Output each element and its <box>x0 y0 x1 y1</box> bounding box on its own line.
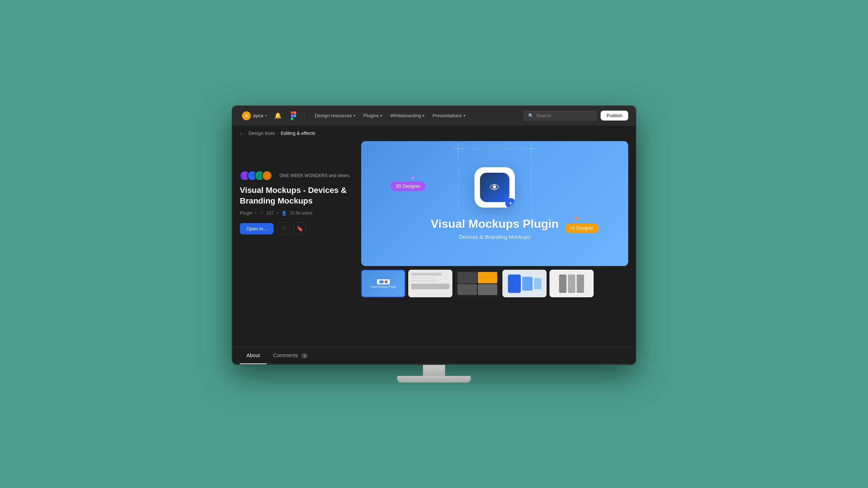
hero-subtitle: Devices & Branding Mockups <box>431 234 559 240</box>
plugin-title: Visual Mockups - Devices & Branding Mock… <box>240 185 350 206</box>
svg-rect-2 <box>291 114 294 117</box>
tab-about[interactable]: About <box>240 347 267 364</box>
heart-icon: ♡ <box>260 211 264 216</box>
badge-ui-designer: UI Designer <box>565 223 599 233</box>
thumb-1-label: Visual Mockups Plugin <box>370 286 396 288</box>
thumbnail-5[interactable] <box>549 270 594 297</box>
meta-separator: • <box>255 211 256 216</box>
plugin-type-label: Plugin <box>240 211 252 216</box>
hero-content: 👁 + Visual Mockups Plugin Devices & Bran… <box>431 167 559 240</box>
breadcrumb-design-tools[interactable]: Design tools <box>249 130 275 136</box>
home-icon[interactable]: ⌂ <box>240 130 243 136</box>
stand-base <box>397 376 471 383</box>
nav-design-resources[interactable]: Design resources ▾ <box>311 111 359 121</box>
nav-right: 🔍 Search Publish <box>523 111 628 121</box>
author-avatars: ··· <box>240 171 269 181</box>
comments-count-badge: 1 <box>301 353 308 358</box>
notifications-bell-icon[interactable]: 🔔 <box>272 110 284 121</box>
nav-plugins[interactable]: Plugins ▾ <box>360 111 386 121</box>
user-icon: 👤 <box>281 211 287 216</box>
thumbnail-1[interactable]: Visual Mockups Plugin <box>361 270 405 297</box>
like-button[interactable]: ♡ <box>277 222 290 235</box>
nav-whiteboarding[interactable]: Whiteboarding ▾ <box>387 111 428 121</box>
chevron-down-icon: ▾ <box>463 114 465 118</box>
thumbnails-row: Visual Mockups Plugin <box>361 270 628 297</box>
nav-presentations[interactable]: Presentations ▾ <box>429 111 469 121</box>
thumbnail-3[interactable] <box>455 270 499 297</box>
likes-count: 107 <box>267 211 274 216</box>
user-menu[interactable]: A ayca ▾ <box>240 110 269 122</box>
open-in-button[interactable]: Open in... <box>240 223 274 234</box>
search-box[interactable]: 🔍 Search <box>523 111 597 121</box>
tabs-section: About Comments 1 <box>232 347 636 364</box>
users-count: 10.6k users <box>290 211 313 216</box>
right-panel: 3D Designer ◄ 👁 + V <box>361 141 628 340</box>
stand-neck <box>423 365 445 376</box>
monitor-stand <box>397 365 471 383</box>
breadcrumb: ⌂ › Design tools › Editing & effects <box>232 125 636 141</box>
monitor-wrapper: A ayca ▾ 🔔 Design resources ▾ <box>232 105 636 383</box>
authors-row: ··· ONE WEEK WONDERS and others <box>240 171 350 181</box>
plus-icon: + <box>505 198 515 208</box>
svg-point-4 <box>294 114 296 117</box>
username-label: ayca <box>253 113 263 118</box>
nav-divider <box>305 112 305 119</box>
chevron-down-icon: ▾ <box>380 114 382 118</box>
svg-rect-0 <box>291 111 294 114</box>
tab-comments[interactable]: Comments 1 <box>267 347 315 364</box>
action-buttons: Open in... ♡ 🔖 <box>240 222 350 235</box>
hero-app-icon: 👁 + <box>474 167 515 208</box>
chevron-down-icon: ▾ <box>423 114 424 118</box>
hero-title: Visual Mockups Plugin <box>431 217 559 231</box>
chevron-down-icon: ▾ <box>353 114 355 118</box>
authors-text: ONE WEEK WONDERS and others <box>280 173 350 178</box>
left-panel: ··· ONE WEEK WONDERS and others Visual M… <box>240 141 350 340</box>
thumbnail-4[interactable] <box>502 270 547 297</box>
badge-3d-designer: 3D Designer <box>391 182 426 191</box>
tabs-row: About Comments 1 <box>240 347 628 364</box>
plugin-meta: Plugin • ♡ 107 • 👤 10.6k users <box>240 211 350 216</box>
figma-icon <box>288 111 299 121</box>
publish-button[interactable]: Publish <box>601 111 628 121</box>
cursor-purple-icon: ◄ <box>409 174 416 182</box>
monitor: A ayca ▾ 🔔 Design resources ▾ <box>232 105 636 365</box>
svg-rect-1 <box>294 111 296 114</box>
svg-rect-3 <box>291 117 294 120</box>
cursor-orange-icon: ► <box>574 214 580 222</box>
main-content: ··· ONE WEEK WONDERS and others Visual M… <box>232 141 636 347</box>
bookmark-button[interactable]: 🔖 <box>294 222 306 235</box>
nav-bar: A ayca ▾ 🔔 Design resources ▾ <box>232 106 636 125</box>
chevron-down-icon: ▾ <box>265 114 267 118</box>
avatar: A <box>242 111 251 120</box>
hero-app-icon-inner: 👁 <box>480 173 509 202</box>
hero-image: 3D Designer ◄ 👁 + V <box>361 141 628 266</box>
search-icon: 🔍 <box>528 113 534 118</box>
meta-separator-2: • <box>277 211 278 216</box>
breadcrumb-editing-effects: Editing & effects <box>281 130 315 136</box>
search-input[interactable]: Search <box>536 113 551 118</box>
nav-links: Design resources ▾ Plugins ▾ Whiteboardi… <box>311 111 520 121</box>
thumbnail-2[interactable] <box>408 270 452 297</box>
breadcrumb-separator: › <box>245 131 246 136</box>
eye-icon: 👁 <box>490 182 500 194</box>
hero-icon-wrapper: 👁 + <box>473 167 517 211</box>
breadcrumb-separator-2: › <box>277 131 278 136</box>
author-avatar-4: ··· <box>262 171 272 181</box>
